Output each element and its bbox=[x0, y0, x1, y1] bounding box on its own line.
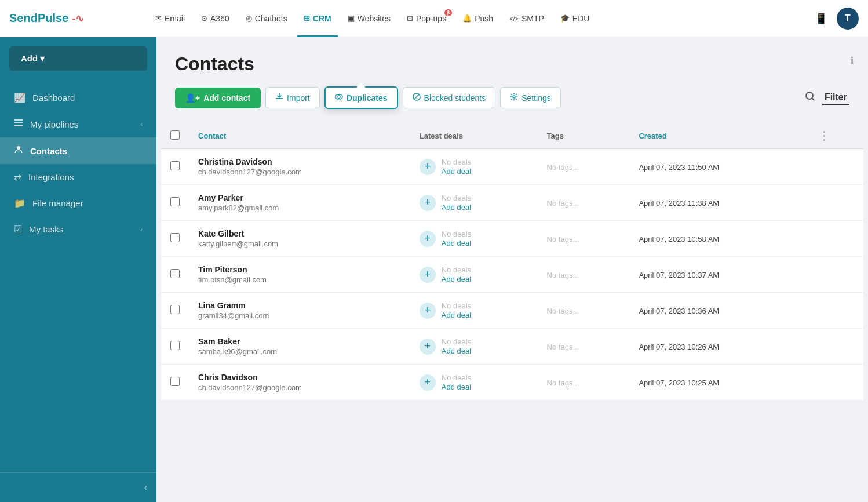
sidebar-item-contacts-label: Contacts bbox=[30, 146, 67, 156]
created-date-4: April 07, 2023 10:36 AM bbox=[639, 307, 719, 315]
a360-icon: ⊙ bbox=[201, 14, 207, 23]
tags-cell-4: No tags... bbox=[538, 293, 630, 329]
filter-button[interactable]: Filter bbox=[822, 91, 849, 105]
column-more-icon[interactable]: ⋮ bbox=[818, 129, 830, 142]
deals-cell-6: + No deals Add deal bbox=[410, 365, 538, 401]
main-layout: Add ▾ 📈 Dashboard My pipelines ‹ Contact… bbox=[0, 37, 868, 502]
row-checkbox-4[interactable] bbox=[170, 305, 180, 314]
add-deal-btn-3[interactable]: + bbox=[420, 267, 436, 283]
logo[interactable]: SendPulse-∿ bbox=[9, 12, 125, 25]
nav-a360[interactable]: ⊙ A360 bbox=[194, 10, 236, 27]
row-checkbox-3[interactable] bbox=[170, 269, 180, 278]
content-header: Contacts ℹ 👤+ Add contact Import bbox=[156, 37, 868, 109]
sidebar-item-contacts[interactable]: Contacts bbox=[0, 137, 156, 164]
no-tags-3: No tags... bbox=[547, 271, 579, 279]
info-icon[interactable]: ℹ bbox=[850, 54, 854, 67]
filter-label: Filter bbox=[825, 92, 847, 102]
sidebar-item-pipelines-label: My pipelines bbox=[30, 119, 78, 129]
th-created[interactable]: Created bbox=[629, 123, 808, 149]
sidebar-item-file-manager[interactable]: 📁 File manager bbox=[0, 190, 156, 216]
row-checkbox-5[interactable] bbox=[170, 341, 180, 350]
file-manager-icon: 📁 bbox=[14, 198, 25, 209]
sidebar-item-integrations[interactable]: ⇄ Integrations bbox=[0, 164, 156, 190]
no-deals-6: No deals bbox=[442, 373, 471, 382]
nav-websites[interactable]: ▣ Websites bbox=[341, 10, 397, 27]
deal-cell-0: + No deals Add deal bbox=[420, 158, 528, 176]
add-deal-btn-5[interactable]: + bbox=[420, 339, 436, 355]
nav-smtp[interactable]: </> SMTP bbox=[502, 10, 551, 27]
nav-email[interactable]: ✉ Email bbox=[148, 10, 192, 27]
tags-cell-3: No tags... bbox=[538, 257, 630, 293]
duplicates-icon bbox=[335, 93, 343, 103]
contact-email-5: samba.k96@gmail.com bbox=[198, 347, 401, 356]
svg-point-8 bbox=[513, 96, 515, 98]
import-label: Import bbox=[287, 93, 310, 103]
user-initial: T bbox=[845, 13, 851, 24]
nav-push[interactable]: 🔔 Push bbox=[455, 10, 500, 27]
add-deal-link-0[interactable]: Add deal bbox=[442, 167, 471, 176]
table-row: Lina Gramm gramli34@gmail.com + No deals… bbox=[161, 293, 863, 329]
add-deal-btn-6[interactable]: + bbox=[420, 374, 436, 391]
add-deal-btn-1[interactable]: + bbox=[420, 195, 436, 211]
add-deal-link-4[interactable]: Add deal bbox=[442, 311, 471, 319]
contact-name-4: Lina Gramm bbox=[198, 301, 401, 310]
tags-cell-5: No tags... bbox=[538, 329, 630, 365]
nav-chatbots[interactable]: ◎ Chatbots bbox=[239, 10, 294, 27]
row-actions-1 bbox=[809, 185, 863, 221]
row-checkbox-0[interactable] bbox=[170, 161, 180, 170]
row-checkbox-2[interactable] bbox=[170, 233, 180, 242]
nav-edu[interactable]: 🎓 EDU bbox=[553, 10, 597, 27]
crm-icon: ⊞ bbox=[304, 14, 310, 23]
row-checkbox-cell bbox=[161, 149, 189, 185]
add-button[interactable]: Add ▾ bbox=[9, 46, 147, 71]
duplicates-button[interactable]: Duplicates bbox=[324, 86, 398, 109]
contact-name-0: Christina Davidson bbox=[198, 157, 401, 166]
contact-name-5: Sam Baker bbox=[198, 337, 401, 346]
add-deal-btn-4[interactable]: + bbox=[420, 303, 436, 319]
edu-icon: 🎓 bbox=[560, 14, 570, 23]
row-checkbox-1[interactable] bbox=[170, 197, 180, 206]
contact-email-4: gramli34@gmail.com bbox=[198, 311, 401, 320]
contacts-table: Contact Latest deals Tags Created bbox=[161, 123, 863, 401]
select-all-checkbox[interactable] bbox=[170, 130, 180, 140]
phone-icon[interactable]: 📱 bbox=[815, 12, 827, 25]
no-tags-1: No tags... bbox=[547, 199, 579, 208]
add-deal-btn-2[interactable]: + bbox=[420, 231, 436, 247]
contact-cell-4: Lina Gramm gramli34@gmail.com bbox=[189, 293, 410, 329]
user-avatar[interactable]: T bbox=[837, 8, 859, 30]
row-checkbox-cell bbox=[161, 221, 189, 257]
sidebar-item-my-pipelines[interactable]: My pipelines ‹ bbox=[0, 111, 156, 137]
add-deal-link-2[interactable]: Add deal bbox=[442, 239, 471, 248]
search-icon[interactable] bbox=[805, 91, 815, 104]
add-deal-link-5[interactable]: Add deal bbox=[442, 347, 471, 355]
add-deal-link-6[interactable]: Add deal bbox=[442, 383, 471, 391]
sidebar-item-dashboard[interactable]: 📈 Dashboard bbox=[0, 85, 156, 111]
dashboard-icon: 📈 bbox=[14, 92, 25, 103]
nav-crm[interactable]: ⊞ CRM bbox=[297, 10, 338, 27]
chatbots-icon: ◎ bbox=[246, 14, 252, 23]
deal-cell-1: + No deals Add deal bbox=[420, 194, 528, 212]
toolbar: 👤+ Add contact Import Duplicates bbox=[175, 86, 849, 109]
add-deal-btn-0[interactable]: + bbox=[420, 159, 436, 175]
add-contact-button[interactable]: 👤+ Add contact bbox=[175, 88, 261, 108]
add-deal-link-1[interactable]: Add deal bbox=[442, 203, 471, 212]
contact-cell-0: Christina Davidson ch.davidsonn127@googl… bbox=[189, 149, 410, 185]
logo-wave: -∿ bbox=[72, 12, 84, 25]
sidebar-item-my-tasks[interactable]: ☑ My tasks ‹ bbox=[0, 216, 156, 242]
no-tags-6: No tags... bbox=[547, 379, 579, 387]
th-contact[interactable]: Contact bbox=[189, 123, 410, 149]
row-checkbox-6[interactable] bbox=[170, 377, 180, 386]
row-actions-2 bbox=[809, 221, 863, 257]
deal-cell-6: + No deals Add deal bbox=[420, 373, 528, 391]
add-deal-link-3[interactable]: Add deal bbox=[442, 275, 471, 283]
import-icon bbox=[275, 93, 283, 103]
nav-popups[interactable]: ⊡ Pop-ups β bbox=[400, 10, 453, 27]
import-button[interactable]: Import bbox=[265, 87, 320, 108]
nav-websites-label: Websites bbox=[358, 14, 391, 23]
contact-cell-6: Chris Davidson ch.davidsonn127@google.co… bbox=[189, 365, 410, 401]
blocked-students-button[interactable]: Blocked students bbox=[403, 87, 496, 108]
settings-button[interactable]: Settings bbox=[500, 87, 561, 108]
collapse-sidebar-button[interactable]: ‹ bbox=[144, 482, 147, 493]
nav-edu-label: EDU bbox=[572, 14, 590, 23]
deal-cell-5: + No deals Add deal bbox=[420, 337, 528, 355]
